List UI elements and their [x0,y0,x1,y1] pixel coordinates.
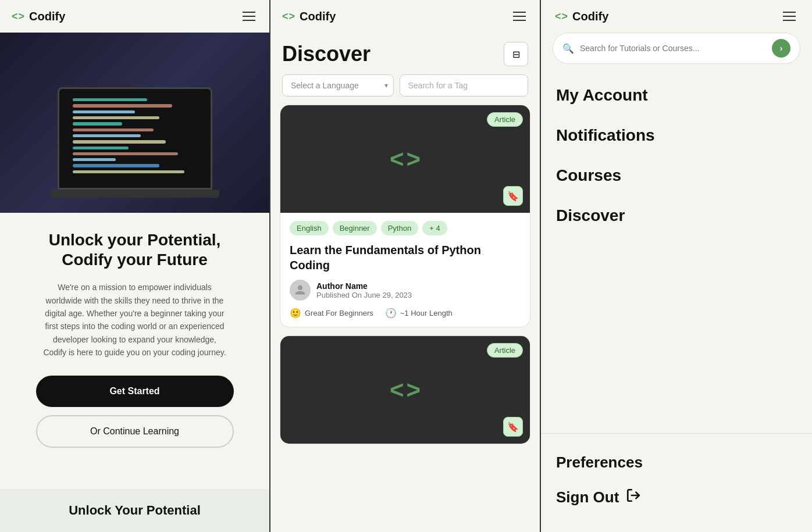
search-icon: 🔍 [562,43,574,54]
hamburger-line [513,12,526,13]
card-tags-1: English Beginner Python + 4 [290,221,521,235]
nav-item-preferences[interactable]: Preferences [556,445,797,480]
search-bar: 🔍 › [553,33,800,64]
right-logo-text: Codify [572,10,608,23]
tag-english: English [290,221,329,235]
code-line [73,164,160,167]
code-line [73,134,141,137]
left-footer: Unlock Your Potential [0,489,269,532]
search-submit-button[interactable]: › [772,39,790,58]
course-card-2: < > Article 🔖 [280,335,530,444]
code-line [73,116,160,119]
code-line [73,104,172,107]
card-body-1: English Beginner Python + 4 Learn the Fu… [280,213,530,327]
course-card-1: < > Article 🔖 English Beginner Python + … [280,105,530,327]
author-info-1: Author Name Published On June 29, 2023 [316,281,412,299]
left-bracket-icon-2: < [390,376,404,404]
middle-panel: < > Codify Discover ⊟ Select a Language … [270,0,541,532]
right-panel: < > Codify 🔍 › My Account Notifications … [541,0,812,532]
card-meta-1: 🙂 Great For Beginners 🕐 ~1 Hour Length [290,308,521,319]
right-hamburger-menu[interactable] [781,9,798,23]
nav-item-sign-out[interactable]: Sign Out [556,480,797,515]
tag-beginner: Beginner [333,221,377,235]
logo-chevron-right: > [19,10,25,23]
article-badge-1: Article [487,112,523,127]
language-filter-wrapper: Select a Language Python JavaScript Java… [282,74,394,97]
right-bracket-icon: > [407,145,421,173]
smiley-icon: 🙂 [290,308,301,319]
hamburger-line [513,20,526,21]
code-brackets-icon: < > [390,145,421,173]
card-author-1: Author Name Published On June 29, 2023 [290,280,521,301]
clock-icon: 🕐 [385,308,397,319]
code-line [73,128,154,131]
hamburger-line-1 [243,12,255,13]
article-badge-2: Article [487,343,523,358]
sign-out-icon [626,488,641,506]
logo-icon: < > [12,10,24,23]
beginner-label: Great For Beginners [305,309,373,317]
hamburger-line [513,16,526,17]
bookmark-button-2[interactable]: 🔖 [503,417,523,437]
nav-item-courses[interactable]: Courses [553,156,800,196]
right-logo: < > Codify [555,10,608,23]
middle-header: < > Codify [270,0,540,33]
bookmark-icon-2: 🔖 [507,422,519,433]
tag-more: + 4 [422,221,447,235]
hamburger-menu[interactable] [240,9,258,23]
nav-items: My Account Notifications Courses Discove… [541,70,812,433]
code-line [73,110,135,113]
duration-meta: 🕐 ~1 Hour Length [385,308,453,319]
card-thumbnail-2: < > Article 🔖 [280,336,530,444]
user-icon [294,284,306,296]
hero-laptop [0,33,269,213]
preferences-label: Preferences [556,454,643,472]
code-line [73,158,116,161]
code-line [73,170,185,173]
code-line [73,98,147,101]
discover-header: Discover ⊟ [270,33,540,74]
hero-heading: Unlock your Potential, Codify your Futur… [23,230,246,269]
hamburger-line [783,12,796,13]
bookmark-button-1[interactable]: 🔖 [503,186,523,206]
search-input[interactable] [580,44,766,53]
left-bracket-icon: < [390,145,404,173]
nav-item-discover[interactable]: Discover [553,196,800,236]
tag-search-input[interactable] [400,74,529,97]
logo-text: Codify [29,10,65,23]
duration-label: ~1 Hour Length [400,309,453,317]
logo: < > Codify [12,10,65,23]
code-line [73,147,129,149]
hamburger-line-3 [243,20,255,21]
middle-hamburger-menu[interactable] [511,9,528,23]
middle-logo-chevron-left: < [282,10,289,23]
right-logo-chevron-left: < [555,10,561,23]
nav-item-my-account[interactable]: My Account [553,76,800,116]
get-started-button[interactable]: Get Started [36,376,234,407]
continue-learning-button[interactable]: Or Continue Learning [36,415,234,448]
chevron-down-icon: ▾ [384,81,388,90]
right-logo-icon: < > [555,10,568,23]
nav-footer: Preferences Sign Out [541,433,812,532]
middle-logo-icon: < > [282,10,295,23]
author-name-1: Author Name [316,281,412,291]
nav-item-notifications[interactable]: Notifications [553,116,800,156]
hero-image [0,33,269,213]
filters-row: Select a Language Python JavaScript Java… [270,74,540,105]
tag-python: Python [381,221,418,235]
arrow-right-icon: › [780,44,783,53]
author-published-1: Published On June 29, 2023 [316,291,412,299]
left-header: < > Codify [0,0,269,33]
hamburger-line-2 [243,16,255,17]
card-title-1: Learn the Fundamentals of Python Coding [290,242,521,273]
right-bracket-icon-2: > [407,376,421,404]
language-select[interactable]: Select a Language Python JavaScript Java [282,74,394,97]
left-content: Unlock your Potential, Codify your Futur… [0,213,269,489]
code-line [73,140,166,143]
code-line [73,152,179,155]
filter-button[interactable]: ⊟ [504,42,528,66]
middle-logo-chevron-right: > [289,10,295,23]
left-panel: < > Codify [0,0,270,532]
code-line [73,122,123,125]
discover-title: Discover [282,42,371,66]
